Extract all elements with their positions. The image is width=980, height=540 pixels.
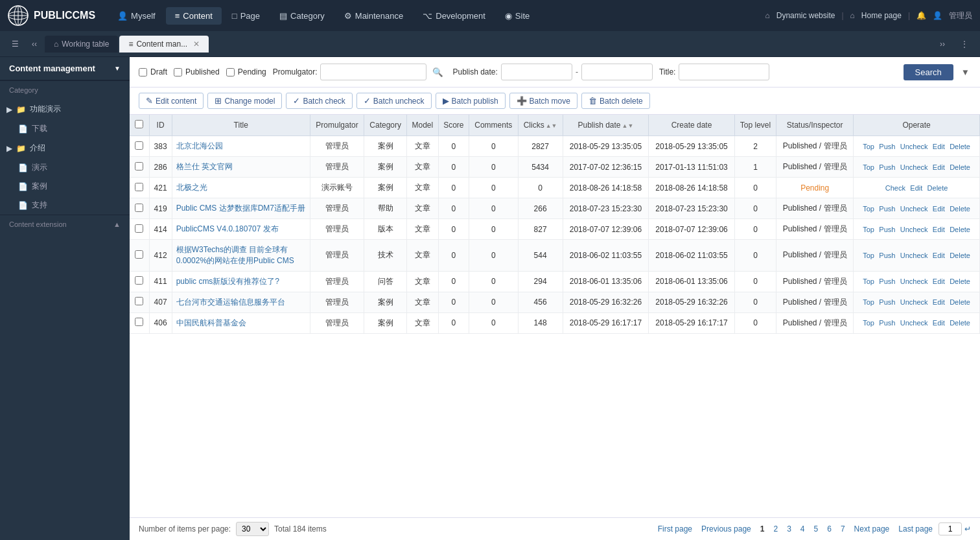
- op-top-link[interactable]: Top: [863, 226, 874, 233]
- row-checkbox[interactable]: [135, 297, 143, 305]
- row-title-link[interactable]: Public CMS 达梦数据库DM7适配手册: [176, 203, 306, 214]
- select-all-checkbox[interactable]: [135, 120, 143, 128]
- sidebar-section-category[interactable]: Category: [0, 80, 130, 99]
- back-btn[interactable]: ‹‹: [25, 37, 43, 51]
- op-uncheck-link[interactable]: Uncheck: [900, 226, 928, 233]
- op-top-link[interactable]: Top: [863, 277, 874, 285]
- sidebar-header[interactable]: Content management ▼: [0, 57, 130, 80]
- row-checkbox[interactable]: [135, 250, 143, 259]
- row-checkbox[interactable]: [135, 204, 143, 212]
- op-push-link[interactable]: Push: [879, 252, 895, 259]
- more-btn[interactable]: ⋮: [954, 37, 975, 51]
- forward-btn[interactable]: ››: [933, 37, 951, 51]
- op-push-link[interactable]: Push: [879, 319, 895, 327]
- op-delete-link[interactable]: Delete: [950, 143, 970, 150]
- row-title-link[interactable]: 北极之光: [176, 182, 306, 193]
- batch-check-btn[interactable]: ✓ Batch check: [286, 93, 352, 109]
- op-delete-link[interactable]: Delete: [950, 277, 970, 285]
- op-edit-link[interactable]: Edit: [933, 277, 945, 285]
- page-num-3[interactable]: 3: [784, 523, 795, 535]
- op-delete-link[interactable]: Delete: [950, 319, 970, 327]
- op-uncheck-link[interactable]: Uncheck: [900, 205, 928, 213]
- sidebar-item-download[interactable]: 📄 下载: [0, 119, 130, 138]
- col-publish-date[interactable]: Publish date▲▼: [563, 115, 649, 136]
- row-checkbox[interactable]: [135, 276, 143, 285]
- row-title-link[interactable]: 北京北海公园: [176, 141, 306, 152]
- page-num-5[interactable]: 5: [811, 523, 822, 535]
- op-edit-link[interactable]: Edit: [933, 226, 945, 233]
- promulgator-input[interactable]: [320, 64, 426, 80]
- op-delete-link[interactable]: Delete: [950, 252, 970, 259]
- op-top-link[interactable]: Top: [863, 143, 874, 150]
- op-push-link[interactable]: Push: [879, 277, 895, 285]
- row-title-link[interactable]: 中国民航科普基金会: [176, 318, 306, 329]
- op-edit-link[interactable]: Edit: [933, 298, 945, 306]
- tab-close-btn[interactable]: ✕: [193, 40, 200, 49]
- op-delete-link[interactable]: Delete: [950, 163, 970, 171]
- op-push-link[interactable]: Push: [879, 163, 895, 171]
- sidebar-group-intro-title[interactable]: ▶ 📁 介绍: [0, 138, 130, 158]
- nav-item-page[interactable]: □ Page: [223, 7, 269, 25]
- page-num-4[interactable]: 4: [797, 523, 808, 535]
- page-num-1[interactable]: 1: [757, 523, 768, 535]
- draft-checkbox[interactable]: [139, 68, 147, 76]
- sidebar-item-demo[interactable]: 📄 演示: [0, 158, 130, 177]
- batch-delete-btn[interactable]: 🗑 Batch delete: [581, 93, 650, 109]
- op-top-link[interactable]: Top: [863, 319, 874, 327]
- op-delete-link[interactable]: Delete: [950, 298, 970, 306]
- op-top-link[interactable]: Top: [863, 163, 874, 171]
- title-input[interactable]: [679, 64, 769, 80]
- row-checkbox[interactable]: [135, 183, 143, 191]
- op-check-link[interactable]: Check: [885, 184, 905, 192]
- row-title-link[interactable]: PublicCMS V4.0.180707 发布: [176, 224, 306, 235]
- op-push-link[interactable]: Push: [879, 205, 895, 213]
- per-page-select[interactable]: 30 50 100: [236, 522, 269, 536]
- goto-icon[interactable]: ↵: [964, 524, 971, 534]
- nav-item-site[interactable]: ◉ Site: [496, 7, 539, 25]
- search-button[interactable]: Search: [904, 64, 953, 80]
- row-checkbox[interactable]: [135, 141, 143, 150]
- op-edit-link[interactable]: Edit: [933, 252, 945, 259]
- page-num-2[interactable]: 2: [770, 523, 781, 535]
- nav-item-maintenance[interactable]: ⚙ Maintenance: [335, 7, 412, 25]
- date-from-input[interactable]: [501, 64, 572, 80]
- next-page-btn[interactable]: Next page: [851, 523, 893, 535]
- row-checkbox[interactable]: [135, 162, 143, 170]
- op-edit-link[interactable]: Edit: [933, 319, 945, 327]
- batch-uncheck-btn[interactable]: ✓ Batch uncheck: [356, 93, 432, 109]
- sidebar-item-case[interactable]: 📄 案例: [0, 177, 130, 196]
- goto-page-input[interactable]: [939, 522, 962, 535]
- page-num-6[interactable]: 6: [824, 523, 835, 535]
- row-title-link[interactable]: 格兰仕 英文官网: [176, 161, 306, 172]
- op-top-link[interactable]: Top: [863, 252, 874, 259]
- op-uncheck-link[interactable]: Uncheck: [900, 277, 928, 285]
- op-push-link[interactable]: Push: [879, 143, 895, 150]
- nav-item-content[interactable]: ≡ Content: [166, 7, 222, 25]
- pending-checkbox[interactable]: [226, 68, 235, 76]
- menu-toggle-btn[interactable]: ☰: [5, 37, 25, 51]
- date-to-input[interactable]: [581, 64, 653, 80]
- published-checkbox[interactable]: [174, 68, 182, 76]
- nav-item-development[interactable]: ⌥ Development: [414, 7, 495, 25]
- row-title-link[interactable]: 七台河市交通运输信息服务平台: [176, 297, 306, 308]
- op-delete-link[interactable]: Delete: [950, 226, 970, 233]
- row-checkbox[interactable]: [135, 318, 143, 326]
- edit-content-btn[interactable]: ✎ Edit content: [139, 93, 204, 109]
- promulgator-search-btn[interactable]: 🔍: [430, 66, 446, 78]
- row-title-link[interactable]: public cms新版没有推荐位了?: [176, 276, 306, 287]
- row-checkbox[interactable]: [135, 224, 143, 233]
- op-push-link[interactable]: Push: [879, 226, 895, 233]
- op-edit-link[interactable]: Edit: [933, 143, 945, 150]
- sidebar-item-support[interactable]: 📄 支持: [0, 196, 130, 215]
- op-uncheck-link[interactable]: Uncheck: [900, 163, 928, 171]
- op-top-link[interactable]: Top: [863, 205, 874, 213]
- tab-working-table[interactable]: ⌂ Working table: [45, 36, 118, 53]
- op-uncheck-link[interactable]: Uncheck: [900, 252, 928, 259]
- sidebar-group-func-demo-title[interactable]: ▶ 📁 功能演示: [0, 99, 130, 119]
- first-page-btn[interactable]: First page: [655, 523, 695, 535]
- last-page-btn[interactable]: Last page: [895, 523, 936, 535]
- op-uncheck-link[interactable]: Uncheck: [900, 143, 928, 150]
- op-top-link[interactable]: Top: [863, 298, 874, 306]
- page-num-7[interactable]: 7: [837, 523, 848, 535]
- bell-icon[interactable]: 🔔: [916, 11, 926, 20]
